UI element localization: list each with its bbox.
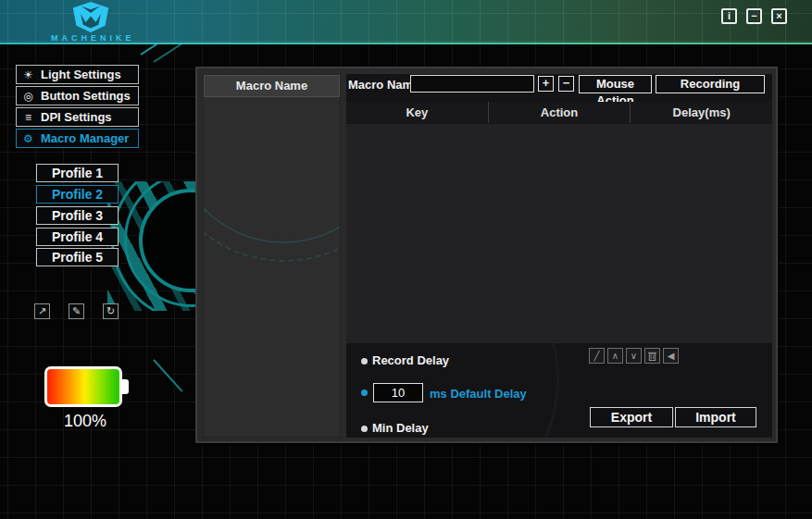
gear-icon: ⚙ <box>21 133 35 144</box>
record-delay-label: Record Delay <box>372 353 449 367</box>
default-delay-input[interactable] <box>373 383 423 402</box>
sidebar-item-button-settings[interactable]: ◎ Button Settings <box>16 86 139 105</box>
button-icon: ◎ <box>21 91 35 102</box>
macro-steps-table-body[interactable] <box>346 124 772 343</box>
info-icon: i <box>728 10 731 21</box>
minimize-icon: − <box>751 10 756 21</box>
profile-4-button[interactable]: Profile 4 <box>36 228 119 246</box>
window-controls: i − × <box>721 8 787 24</box>
shield-logo-icon <box>69 2 112 32</box>
sidebar-item-label: Button Settings <box>41 89 131 103</box>
teal-stripes-decoration <box>107 181 196 311</box>
brand-name: MACHENIKE <box>51 33 131 43</box>
pencil-icon: ✎ <box>72 305 81 316</box>
insert-step-button[interactable]: ◀ <box>663 348 679 364</box>
export-profile-button[interactable]: ↗ <box>34 303 50 319</box>
minimize-button[interactable]: − <box>746 8 762 24</box>
macro-name-label: Macro Name <box>348 78 419 92</box>
column-delay: Delay(ms) <box>631 102 772 123</box>
move-step-down-button[interactable]: ∨ <box>626 348 642 364</box>
triangle-left-icon: ◀ <box>668 351 675 361</box>
import-button[interactable]: Import <box>675 407 756 427</box>
sidebar-item-macro-manager[interactable]: ⚙ Macro Manager <box>16 129 139 148</box>
sidebar-item-label: DPI Settings <box>41 110 112 124</box>
close-button[interactable]: × <box>771 8 787 24</box>
macro-steps-table-header: Key Action Delay(ms) <box>346 102 772 123</box>
battery-percentage: 100% <box>44 412 126 431</box>
pencil-line-icon: ╱ <box>593 351 599 361</box>
trash-icon <box>647 351 657 361</box>
macro-editor-area: Macro Name + − Mouse Action Recording Ke… <box>346 74 772 438</box>
chevron-up-icon: ∧ <box>612 351 618 361</box>
macro-manager-panel: Macro Name Macro Name + − Mouse Action R… <box>195 67 778 443</box>
sidebar-item-dpi-settings[interactable]: ≡ DPI Settings <box>16 107 139 127</box>
profile-1-button[interactable]: Profile 1 <box>36 164 119 182</box>
column-key: Key <box>346 102 488 123</box>
edit-step-button[interactable]: ╱ <box>589 348 605 364</box>
plus-icon: + <box>543 76 550 90</box>
macro-list-header: Macro Name <box>204 75 340 97</box>
refresh-icon: ↻ <box>106 305 115 316</box>
delete-step-button[interactable] <box>644 348 660 364</box>
add-macro-button[interactable]: + <box>538 76 554 92</box>
sidebar-item-label: Macro Manager <box>41 131 129 145</box>
chevron-down-icon: ∨ <box>631 351 637 361</box>
title-bar: MACHENIKE i − × <box>0 0 812 44</box>
sidebar-item-label: Light Settings <box>41 68 121 81</box>
radio-dot[interactable] <box>361 358 368 365</box>
app-window: MACHENIKE i − × ☀ Light Settings ◎ Butto… <box>0 0 812 519</box>
macro-name-input[interactable] <box>410 75 534 93</box>
column-action: Action <box>489 102 631 123</box>
battery-icon <box>44 366 122 407</box>
default-delay-label: ms Default Delay <box>430 387 527 401</box>
min-delay-label: Min Delay <box>372 421 429 435</box>
macro-list-panel[interactable]: Macro Name <box>203 74 341 438</box>
diagonal-line-decoration <box>153 359 182 392</box>
mouse-action-button[interactable]: Mouse Action <box>579 75 652 93</box>
remove-macro-button[interactable]: − <box>558 76 574 92</box>
move-step-up-button[interactable]: ∧ <box>607 348 623 364</box>
sidebar-item-light-settings[interactable]: ☀ Light Settings <box>16 65 139 84</box>
edit-profile-button[interactable]: ✎ <box>69 303 84 319</box>
light-icon: ☀ <box>21 69 35 80</box>
export-button[interactable]: Export <box>590 407 673 427</box>
profile-2-button[interactable]: Profile 2 <box>36 185 119 204</box>
profile-5-button[interactable]: Profile 5 <box>36 248 119 266</box>
profile-3-button[interactable]: Profile 3 <box>36 206 119 225</box>
radio-dot[interactable] <box>361 426 368 432</box>
recording-button[interactable]: Recording <box>656 75 765 93</box>
info-button[interactable]: i <box>721 8 737 24</box>
arrow-up-right-icon: ↗ <box>38 305 46 316</box>
brand-logo: MACHENIKE <box>51 2 131 43</box>
minus-icon: − <box>563 76 570 90</box>
radio-dot[interactable] <box>361 389 368 396</box>
dpi-sliders-icon: ≡ <box>21 112 35 123</box>
reset-profile-button[interactable]: ↻ <box>103 303 119 319</box>
close-icon: × <box>776 10 781 21</box>
